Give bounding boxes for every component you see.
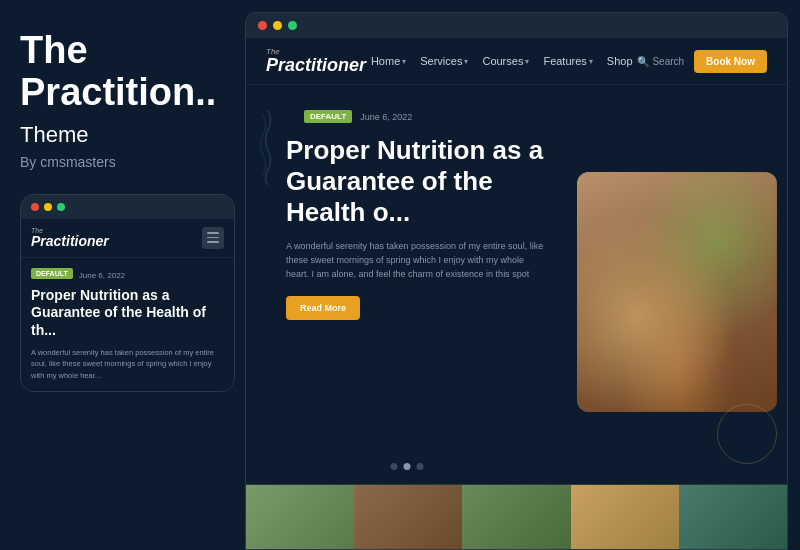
hero-image: [577, 172, 777, 412]
read-more-button[interactable]: Read More: [286, 296, 360, 320]
hero-title: Proper Nutrition as a Guarantee of the H…: [286, 135, 545, 229]
mobile-hamburger-button[interactable]: [202, 227, 224, 249]
thumb-bg-1: [246, 485, 354, 549]
search-button[interactable]: 🔍 Search: [637, 56, 684, 67]
thumbnail-2[interactable]: [354, 485, 462, 549]
site-nav: The Practitioner Home ▾ Services ▾ Cours…: [246, 38, 787, 85]
browser-topbar: [246, 13, 787, 38]
mobile-dot-red: [31, 203, 39, 211]
mobile-mockup: The Practitioner DEFAULT June 6, 2022 Pr…: [20, 194, 235, 392]
left-panel: The Practition.. Theme By cmsmasters The…: [0, 0, 245, 550]
mobile-nav: The Practitioner: [21, 219, 234, 258]
search-label: Search: [652, 56, 684, 67]
bottom-thumbnail-row: [246, 484, 787, 549]
thumb-bg-2: [354, 485, 462, 549]
hero-dot-3[interactable]: [416, 463, 423, 470]
browser-body: The Practitioner Home ▾ Services ▾ Cours…: [246, 38, 787, 549]
mobile-logo: The Practitioner: [31, 227, 109, 248]
mobile-dot-green: [57, 203, 65, 211]
thumb-bg-4: [571, 485, 679, 549]
nav-link-home[interactable]: Home ▾: [371, 55, 406, 67]
hero-default-badge: DEFAULT: [304, 110, 352, 123]
search-icon: 🔍: [637, 56, 649, 67]
hero-left: DEFAULT June 6, 2022 Proper Nutrition as…: [246, 85, 567, 484]
mobile-default-badge: DEFAULT: [31, 268, 73, 279]
mobile-dot-yellow: [44, 203, 52, 211]
thumb-bg-3: [462, 485, 570, 549]
hero-section: DEFAULT June 6, 2022 Proper Nutrition as…: [246, 85, 787, 484]
mobile-topbar: [21, 195, 234, 219]
nav-right: 🔍 Search Book Now: [637, 50, 767, 73]
thumbnail-1[interactable]: [246, 485, 354, 549]
hamburger-line-3: [207, 241, 219, 243]
mobile-logo-name: Practitioner: [31, 234, 109, 248]
curve-decoration: [717, 404, 777, 464]
hero-date: June 6, 2022: [360, 112, 412, 122]
site-nav-links: Home ▾ Services ▾ Courses ▾ Features ▾ S…: [371, 55, 633, 67]
nav-link-shop[interactable]: Shop: [607, 55, 633, 67]
browser-dot-red: [258, 21, 267, 30]
book-now-button[interactable]: Book Now: [694, 50, 767, 73]
hero-image-area: [567, 85, 787, 484]
mobile-post-excerpt: A wonderful serenity has taken possessio…: [31, 347, 224, 381]
thumb-bg-5: [679, 485, 787, 549]
mobile-post-title: Proper Nutrition as a Guarantee of the H…: [31, 287, 224, 340]
mobile-post-area: DEFAULT June 6, 2022 Proper Nutrition as…: [21, 258, 234, 391]
hero-dot-1[interactable]: [390, 463, 397, 470]
site-logo: The Practitioner: [266, 48, 366, 74]
theme-subtitle: Theme: [20, 122, 225, 148]
hero-dot-2[interactable]: [403, 463, 410, 470]
hero-pagination-dots: [390, 463, 423, 470]
hero-image-inner: [577, 172, 777, 412]
hamburger-line-2: [207, 237, 219, 239]
hero-excerpt: A wonderful serenity has taken possessio…: [286, 239, 545, 282]
thumbnail-5[interactable]: [679, 485, 787, 549]
hamburger-line-1: [207, 232, 219, 234]
theme-author: By cmsmasters: [20, 154, 225, 170]
thumbnail-3[interactable]: [462, 485, 570, 549]
browser-mockup: The Practitioner Home ▾ Services ▾ Cours…: [245, 12, 788, 550]
thumbnail-4[interactable]: [571, 485, 679, 549]
hero-badge-row: DEFAULT June 6, 2022: [286, 110, 545, 129]
browser-dot-green: [288, 21, 297, 30]
browser-dot-yellow: [273, 21, 282, 30]
nav-link-features[interactable]: Features ▾: [543, 55, 592, 67]
nav-link-services[interactable]: Services ▾: [420, 55, 468, 67]
mobile-post-date: June 6, 2022: [79, 271, 125, 280]
site-logo-name: Practitioner: [266, 56, 366, 74]
theme-title: The Practition..: [20, 30, 225, 114]
nav-link-courses[interactable]: Courses ▾: [482, 55, 529, 67]
